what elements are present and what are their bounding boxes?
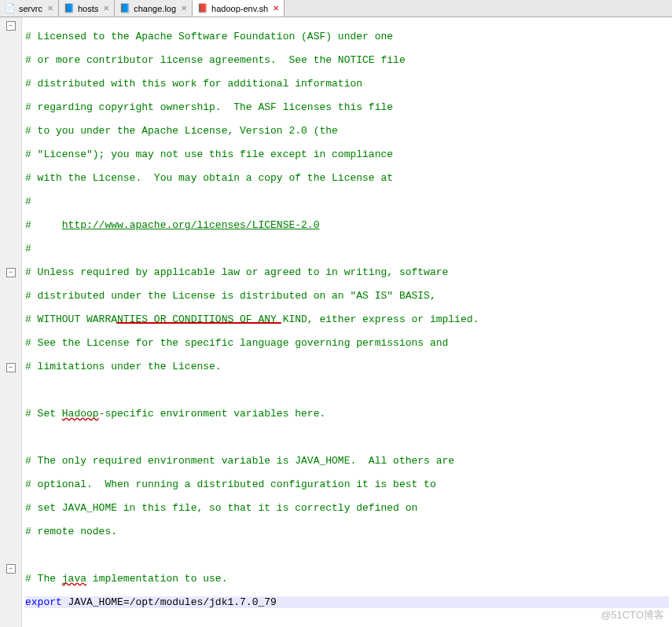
tab-changelog[interactable]: 📘change.log✕ — [115, 0, 193, 16]
tab-label: servrc — [19, 4, 42, 13]
code-editor[interactable]: − − − − # Licensed to the Apache Softwar… — [0, 17, 672, 627]
tab-label: change.log — [134, 4, 176, 13]
close-icon[interactable]: ✕ — [181, 4, 187, 13]
highlighted-line: export JAVA_HOME=/opt/modules/jdk1.7.0_7… — [25, 596, 669, 608]
fold-toggle[interactable]: − — [6, 564, 16, 574]
file-icon: 📄 — [5, 3, 16, 14]
watermark: @51CTO博客 — [600, 608, 664, 622]
fold-toggle[interactable]: − — [6, 363, 16, 372]
fold-gutter: − − − − — [0, 17, 22, 627]
tab-bar: 📄servrc✕ 📘hosts✕ 📘change.log✕ 📕hadoop-en… — [0, 0, 672, 17]
tab-servrc[interactable]: 📄servrc✕ — [0, 0, 59, 16]
file-icon: 📘 — [119, 3, 130, 14]
close-icon[interactable]: ✕ — [47, 4, 53, 13]
close-icon[interactable]: ✕ — [273, 4, 279, 13]
code-area[interactable]: # Licensed to the Apache Software Founda… — [22, 17, 672, 627]
file-icon: 📘 — [64, 3, 75, 14]
close-icon[interactable]: ✕ — [103, 4, 109, 13]
file-icon: 📕 — [197, 3, 208, 14]
tab-hosts[interactable]: 📘hosts✕ — [59, 0, 115, 16]
tab-label: hosts — [78, 4, 98, 13]
tab-hadoop-env[interactable]: 📕hadoop-env.sh✕ — [193, 0, 285, 16]
fold-toggle[interactable]: − — [6, 268, 16, 277]
tab-label: hadoop-env.sh — [211, 4, 268, 13]
red-underline-annotation — [116, 322, 281, 324]
fold-toggle[interactable]: − — [6, 21, 16, 31]
